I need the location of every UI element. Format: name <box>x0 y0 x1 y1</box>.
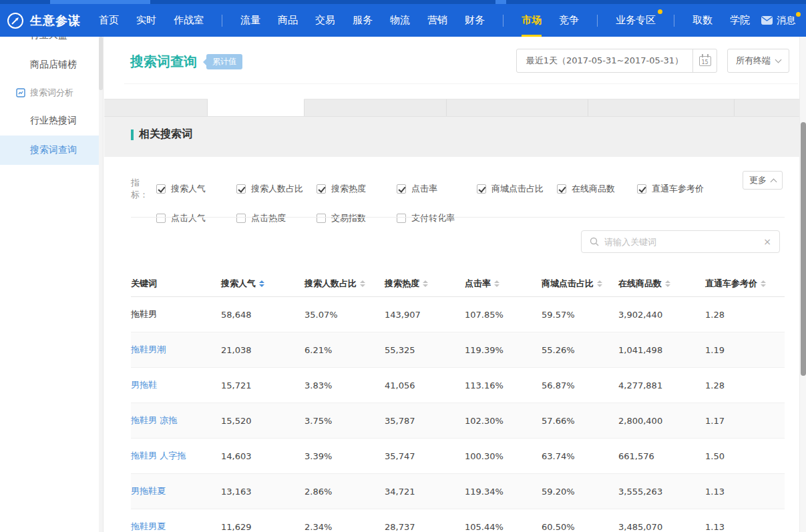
keyword-cell[interactable]: 拖鞋男潮 <box>131 344 221 356</box>
nav-item[interactable]: 学院 <box>721 4 759 37</box>
keyword-search-input[interactable] <box>604 237 758 247</box>
value-cell: 11,629 <box>221 522 305 532</box>
metric-checkbox-label: 支付转化率 <box>411 212 455 224</box>
tab-5[interactable] <box>735 99 806 116</box>
nav-item[interactable]: 物流 <box>381 4 419 37</box>
column-header[interactable]: 在线商品数 <box>618 278 705 290</box>
metric-checkbox[interactable]: 在线商品数 <box>557 183 637 195</box>
nav-item[interactable]: 作战室 <box>165 4 212 37</box>
checkbox-unchecked-icon[interactable] <box>317 214 326 223</box>
metric-checkbox[interactable]: 搜索人气 <box>156 183 236 195</box>
value-cell: 15,520 <box>221 416 305 426</box>
nav-item[interactable]: 取数 <box>684 4 721 37</box>
column-header[interactable]: 搜索热度 <box>385 278 465 290</box>
value-cell: 21,038 <box>221 345 305 355</box>
nav-item[interactable]: 流量 <box>232 4 269 37</box>
checkbox-checked-icon[interactable] <box>236 184 246 194</box>
calendar-icon: 15 <box>699 56 711 66</box>
nav-item[interactable]: 服务 <box>344 4 381 37</box>
nav-item[interactable]: 首页 <box>90 4 128 37</box>
metric-checkbox[interactable]: 支付转化率 <box>397 212 477 224</box>
page-header: 搜索词查询 累计值 最近1天（2017-05-31~2017-05-31） 15… <box>104 37 806 99</box>
nav-item[interactable]: 竞争 <box>550 4 588 37</box>
nav-item[interactable]: 交易 <box>307 4 344 37</box>
section-header: 相关搜索词 <box>131 127 192 142</box>
nav-item[interactable]: 业务专区 <box>607 4 664 37</box>
metric-checkbox[interactable]: 点击热度 <box>236 212 317 224</box>
sort-icon[interactable] <box>665 280 670 287</box>
metric-checkbox[interactable]: 点击人气 <box>156 212 236 224</box>
metric-checkbox-label: 商城点击占比 <box>491 183 544 195</box>
page-scrollbar[interactable] <box>799 37 806 532</box>
keyword-cell[interactable]: 拖鞋男 人字拖 <box>131 450 221 462</box>
sort-icon[interactable] <box>494 280 499 287</box>
value-cell: 1.13 <box>705 522 785 532</box>
checkbox-checked-icon[interactable] <box>557 184 566 194</box>
sidebar-item[interactable]: 行业热搜词 <box>0 106 103 136</box>
brand-logo[interactable]: 生意参谋 <box>0 12 90 29</box>
sort-icon[interactable] <box>597 280 602 287</box>
checkbox-checked-icon[interactable] <box>156 184 166 194</box>
page-scrollbar-thumb[interactable] <box>801 122 806 376</box>
column-header[interactable]: 搜索人数占比 <box>305 278 385 290</box>
more-button[interactable]: 更多 <box>743 171 783 190</box>
sort-icon[interactable] <box>761 280 766 287</box>
checkbox-unchecked-icon[interactable] <box>397 214 406 223</box>
sidebar-item[interactable]: 商品店铺榜 <box>0 50 103 79</box>
tab-2[interactable] <box>305 99 447 116</box>
calendar-button[interactable]: 15 <box>692 49 717 72</box>
nav-item[interactable]: 财务 <box>456 4 493 37</box>
checkbox-unchecked-icon[interactable] <box>156 214 166 223</box>
section-title: 相关搜索词 <box>139 127 192 142</box>
sidebar-item[interactable]: 行业大盘 <box>0 37 103 50</box>
checkbox-checked-icon[interactable] <box>397 184 406 194</box>
messages-button[interactable]: 消息 <box>761 15 806 27</box>
metric-checkbox[interactable]: 搜索人数占比 <box>236 183 317 195</box>
checkbox-checked-icon[interactable] <box>637 184 646 194</box>
checkbox-unchecked-icon[interactable] <box>236 214 246 223</box>
checkbox-checked-icon[interactable] <box>477 184 486 194</box>
keyword-cell[interactable]: 男拖鞋 <box>131 379 221 391</box>
metric-checkbox-label: 点击人气 <box>171 212 206 224</box>
nav-item[interactable]: 商品 <box>269 4 307 37</box>
column-header[interactable]: 点击率 <box>465 278 542 290</box>
column-header[interactable]: 商城点击占比 <box>542 278 618 290</box>
sidebar-item[interactable]: 搜索词查询 <box>0 136 103 165</box>
chevron-down-icon <box>775 57 782 63</box>
tab-4[interactable] <box>588 99 735 116</box>
column-header[interactable]: 搜索人气 <box>221 278 305 290</box>
sort-asc-arrow <box>259 280 264 283</box>
keyword-cell[interactable]: 拖鞋男 凉拖 <box>131 415 221 427</box>
nav-item[interactable]: 营销 <box>419 4 456 37</box>
column-header[interactable]: 直通车参考价 <box>705 278 785 290</box>
nav-item[interactable]: 实时 <box>128 4 165 37</box>
value-cell: 55,325 <box>385 345 465 355</box>
sidebar-scrollbar-thumb[interactable] <box>99 37 103 90</box>
keyword-cell[interactable]: 男拖鞋夏 <box>131 485 221 497</box>
tab-0[interactable] <box>104 99 208 116</box>
metric-checkbox[interactable]: 点击率 <box>397 183 477 195</box>
sort-icon[interactable] <box>423 280 428 287</box>
metric-checkbox[interactable]: 搜索热度 <box>317 183 397 195</box>
sidebar-scrollbar[interactable] <box>99 37 103 532</box>
metric-checkbox[interactable]: 商城点击占比 <box>477 183 557 195</box>
metric-checkbox[interactable]: 交易指数 <box>317 212 397 224</box>
keyword-cell[interactable]: 拖鞋男夏 <box>131 521 221 532</box>
tab-3[interactable] <box>447 99 589 116</box>
tab-1[interactable] <box>208 99 305 116</box>
date-range-picker[interactable]: 最近1天（2017-05-31~2017-05-31） 15 <box>516 49 717 73</box>
nav-item[interactable]: 市场 <box>513 4 550 37</box>
terminal-select[interactable]: 所有终端 <box>727 49 789 73</box>
metric-checkbox[interactable]: 直通车参考价 <box>637 183 717 195</box>
sort-icon[interactable] <box>360 280 365 287</box>
sort-asc-arrow <box>360 280 365 283</box>
value-cell: 35.07% <box>305 310 385 320</box>
value-cell: 2.34% <box>305 522 385 532</box>
clear-search-icon[interactable]: × <box>763 237 771 246</box>
column-header-label: 关键词 <box>131 278 157 290</box>
table-row: 拖鞋男 凉拖15,5203.75%35,787102.30%57.66%2,80… <box>131 403 785 439</box>
value-cell: 107.85% <box>465 310 542 320</box>
sort-icon[interactable] <box>259 280 264 287</box>
checkbox-checked-icon[interactable] <box>317 184 326 194</box>
value-cell: 28,737 <box>385 522 465 532</box>
